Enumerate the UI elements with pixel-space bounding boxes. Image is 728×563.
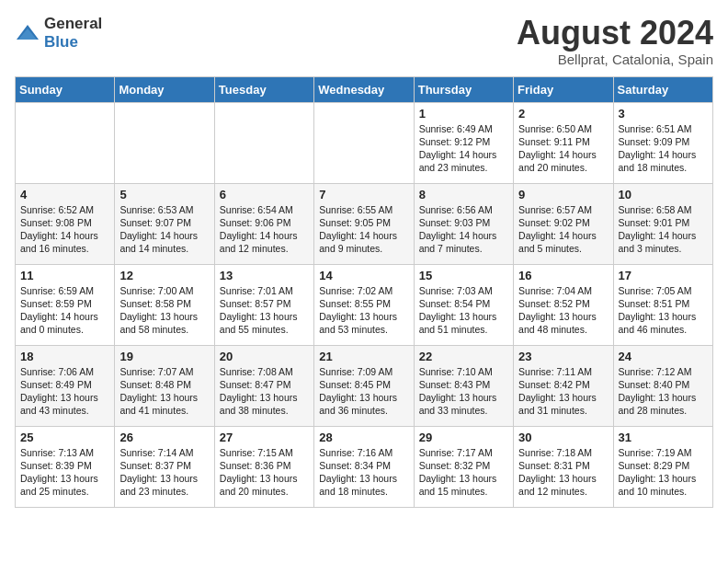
week-row-1: 1Sunrise: 6:49 AMSunset: 9:12 PMDaylight…: [16, 102, 713, 183]
calendar-cell: 19Sunrise: 7:07 AMSunset: 8:48 PMDayligh…: [115, 345, 214, 426]
day-info: and 5 minutes.: [518, 242, 608, 255]
day-info: Sunset: 8:59 PM: [20, 297, 109, 310]
day-info: Sunset: 9:07 PM: [119, 216, 209, 229]
day-info: Daylight: 13 hours: [619, 391, 708, 404]
calendar-cell: 29Sunrise: 7:17 AMSunset: 8:32 PMDayligh…: [414, 426, 513, 507]
day-info: Sunrise: 7:05 AM: [619, 284, 708, 297]
day-info: Sunset: 9:03 PM: [419, 216, 508, 229]
day-info: Daylight: 13 hours: [119, 391, 209, 404]
day-info: Daylight: 13 hours: [220, 391, 309, 404]
day-info: Daylight: 13 hours: [119, 310, 209, 323]
day-info: Sunset: 9:05 PM: [319, 216, 408, 229]
calendar-cell: 27Sunrise: 7:15 AMSunset: 8:36 PMDayligh…: [214, 426, 313, 507]
day-info: and 10 minutes.: [619, 485, 708, 498]
day-info: Sunset: 8:48 PM: [119, 378, 209, 391]
day-info: Sunset: 8:31 PM: [518, 459, 608, 472]
day-number: 13: [220, 269, 309, 282]
calendar-cell: 7Sunrise: 6:55 AMSunset: 9:05 PMDaylight…: [314, 183, 414, 264]
day-info: Sunrise: 6:57 AM: [518, 203, 608, 216]
calendar-cell: 12Sunrise: 7:00 AMSunset: 8:58 PMDayligh…: [115, 264, 214, 345]
day-info: and 16 minutes.: [20, 242, 109, 255]
day-info: Sunset: 9:12 PM: [419, 135, 508, 148]
day-info: Sunrise: 7:11 AM: [518, 365, 608, 378]
calendar-cell: 9Sunrise: 6:57 AMSunset: 9:02 PMDaylight…: [514, 183, 613, 264]
day-number: 24: [619, 350, 708, 363]
day-info: Sunrise: 7:01 AM: [220, 284, 309, 297]
day-header-saturday: Saturday: [613, 76, 712, 102]
calendar-table: SundayMondayTuesdayWednesdayThursdayFrid…: [15, 76, 713, 508]
day-header-wednesday: Wednesday: [314, 76, 414, 102]
day-info: Sunset: 8:47 PM: [220, 378, 309, 391]
week-row-3: 11Sunrise: 6:59 AMSunset: 8:59 PMDayligh…: [16, 264, 713, 345]
day-info: and 41 minutes.: [119, 404, 209, 417]
day-info: Sunrise: 6:54 AM: [220, 203, 309, 216]
day-number: 8: [419, 188, 508, 201]
day-info: Sunrise: 7:00 AM: [119, 284, 209, 297]
calendar-cell: 10Sunrise: 6:58 AMSunset: 9:01 PMDayligh…: [613, 183, 712, 264]
day-number: 31: [619, 431, 708, 444]
day-info: and 51 minutes.: [419, 323, 508, 336]
day-info: Sunrise: 6:58 AM: [619, 203, 708, 216]
calendar-cell: 21Sunrise: 7:09 AMSunset: 8:45 PMDayligh…: [314, 345, 414, 426]
day-info: Sunset: 8:36 PM: [220, 459, 309, 472]
day-info: Sunset: 8:32 PM: [419, 459, 508, 472]
day-info: Sunset: 8:49 PM: [20, 378, 109, 391]
day-number: 19: [119, 350, 209, 363]
day-info: and 23 minutes.: [419, 161, 508, 174]
day-info: Sunrise: 7:17 AM: [419, 446, 508, 459]
day-number: 17: [619, 269, 708, 282]
day-info: Daylight: 13 hours: [220, 472, 309, 485]
day-info: and 33 minutes.: [419, 404, 508, 417]
day-header-friday: Friday: [514, 76, 613, 102]
calendar-cell: 30Sunrise: 7:18 AMSunset: 8:31 PMDayligh…: [514, 426, 613, 507]
day-info: Sunrise: 6:51 AM: [619, 122, 708, 135]
day-info: Daylight: 13 hours: [619, 472, 708, 485]
day-info: and 36 minutes.: [319, 404, 408, 417]
day-info: and 15 minutes.: [419, 485, 508, 498]
day-number: 1: [419, 107, 508, 121]
day-info: Sunset: 8:54 PM: [419, 297, 508, 310]
day-info: and 9 minutes.: [319, 242, 408, 255]
day-info: Daylight: 14 hours: [419, 229, 508, 242]
day-info: Sunrise: 6:55 AM: [319, 203, 408, 216]
day-info: Sunset: 9:09 PM: [619, 135, 708, 148]
day-number: 26: [119, 431, 209, 444]
day-info: Daylight: 13 hours: [518, 310, 608, 323]
calendar-cell: [16, 102, 115, 183]
day-number: 14: [319, 269, 408, 282]
day-info: Sunset: 9:06 PM: [220, 216, 309, 229]
day-info: Daylight: 13 hours: [419, 310, 508, 323]
day-info: Daylight: 13 hours: [220, 310, 309, 323]
day-header-thursday: Thursday: [414, 76, 513, 102]
day-info: Daylight: 13 hours: [518, 391, 608, 404]
day-info: Sunset: 8:34 PM: [319, 459, 408, 472]
logo-icon: [15, 23, 40, 43]
page-title: August 2024: [517, 15, 713, 52]
day-info: and 7 minutes.: [419, 242, 508, 255]
calendar-cell: [314, 102, 414, 183]
day-info: and 43 minutes.: [20, 404, 109, 417]
calendar-header-row: SundayMondayTuesdayWednesdayThursdayFrid…: [16, 76, 713, 102]
day-info: Sunrise: 6:52 AM: [20, 203, 109, 216]
day-number: 21: [319, 350, 408, 363]
day-info: Sunrise: 6:59 AM: [20, 284, 109, 297]
calendar-cell: 31Sunrise: 7:19 AMSunset: 8:29 PMDayligh…: [613, 426, 712, 507]
calendar-cell: 8Sunrise: 6:56 AMSunset: 9:03 PMDaylight…: [414, 183, 513, 264]
logo-text: General Blue: [44, 15, 102, 52]
calendar-cell: 26Sunrise: 7:14 AMSunset: 8:37 PMDayligh…: [115, 426, 214, 507]
day-number: 30: [518, 431, 608, 444]
header: General Blue August 2024 Bellprat, Catal…: [15, 15, 713, 67]
day-info: and 31 minutes.: [518, 404, 608, 417]
day-info: Sunset: 9:01 PM: [619, 216, 708, 229]
day-number: 5: [119, 188, 209, 201]
day-number: 25: [20, 431, 109, 444]
day-info: Sunset: 8:51 PM: [619, 297, 708, 310]
calendar-cell: 24Sunrise: 7:12 AMSunset: 8:40 PMDayligh…: [613, 345, 712, 426]
day-info: Sunset: 8:52 PM: [518, 297, 608, 310]
day-info: and 18 minutes.: [319, 485, 408, 498]
day-info: Sunset: 8:58 PM: [119, 297, 209, 310]
calendar-cell: 6Sunrise: 6:54 AMSunset: 9:06 PMDaylight…: [214, 183, 313, 264]
day-info: Daylight: 14 hours: [20, 310, 109, 323]
calendar-cell: 5Sunrise: 6:53 AMSunset: 9:07 PMDaylight…: [115, 183, 214, 264]
day-header-sunday: Sunday: [16, 76, 115, 102]
